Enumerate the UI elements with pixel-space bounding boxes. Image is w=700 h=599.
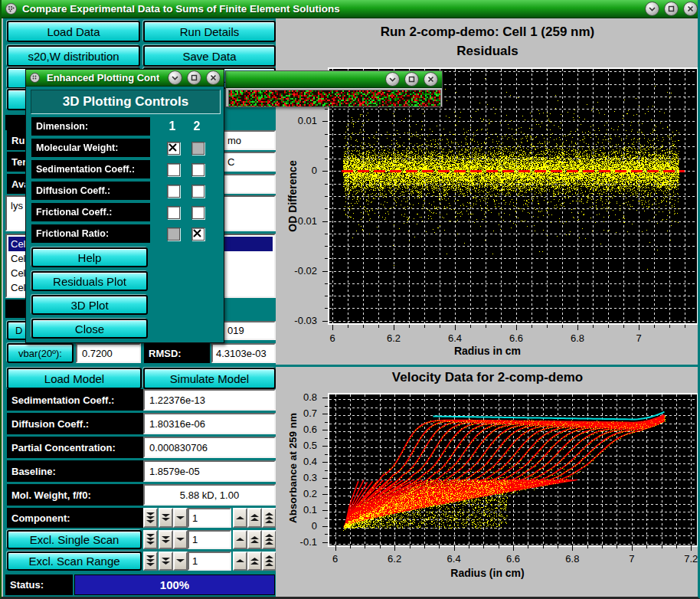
progress-bar: 100%: [74, 574, 275, 595]
load-model-button[interactable]: Load Model: [7, 368, 142, 389]
simulate-model-button[interactable]: Simulate Model: [143, 368, 276, 389]
spin-up-1-button[interactable]: [233, 508, 247, 528]
spin-up-2-button[interactable]: [247, 552, 262, 571]
dialog-row-label: Frictional Coeff.:: [31, 203, 150, 221]
vbar-button[interactable]: vbar(20º):: [7, 343, 74, 363]
run-details-button[interactable]: Run Details: [143, 21, 276, 42]
spin-down-1-button[interactable]: [173, 530, 188, 549]
spin-down-3-button[interactable]: [143, 508, 158, 528]
spin-value-field[interactable]: 1: [188, 530, 231, 549]
axis-tick: [394, 545, 395, 551]
axis-tick: [646, 545, 647, 548]
param-value-field[interactable]: 1.80316e-06: [143, 413, 276, 434]
axis-tick: [394, 325, 394, 330]
shade-icon[interactable]: [168, 70, 182, 85]
axis-tick: [455, 325, 456, 330]
axis-tick: [325, 486, 328, 487]
spin-down-2-button[interactable]: [159, 530, 173, 549]
shade-icon[interactable]: [385, 72, 400, 87]
spin-up-3-button[interactable]: [262, 552, 276, 571]
checkbox-dim2-unchecked[interactable]: [191, 185, 204, 198]
dialog-row-label: Sedimentation Coeff.:: [31, 160, 150, 178]
load-data-button[interactable]: Load Data: [7, 21, 140, 42]
checkbox-dim1-unchecked[interactable]: [167, 185, 180, 198]
spin-up-1-button[interactable]: [233, 552, 247, 571]
axis-tick: [424, 325, 425, 328]
spin-down-3-button[interactable]: [143, 552, 158, 571]
param-value-field[interactable]: 0.000830706: [143, 437, 276, 458]
axis-tick: [499, 545, 499, 548]
s20w-distribution-button[interactable]: s20,W distribution: [7, 45, 140, 67]
close-icon[interactable]: [424, 72, 438, 87]
axis-tick: [348, 325, 348, 328]
spin-up-2-button[interactable]: [247, 530, 262, 549]
main-window: Compare Experimental Data to Sums of Fin…: [0, 0, 700, 599]
axis-tick: [325, 208, 328, 209]
velocity-plot: [328, 393, 698, 547]
checkbox-dim1-checked[interactable]: [167, 142, 180, 155]
window-controls: [640, 2, 698, 16]
param-value-field[interactable]: 1.8579e-05: [143, 460, 276, 482]
y-tick-label: 0.2: [286, 488, 317, 499]
axis-tick: [322, 321, 328, 322]
x-tick-label: 6: [329, 332, 335, 344]
x-tick-label: 6.8: [571, 332, 584, 344]
checkbox-dim2-checked[interactable]: [191, 227, 204, 241]
spin-up-1-button[interactable]: [233, 530, 247, 549]
maximize-icon[interactable]: [664, 2, 679, 16]
spin-down-3-button[interactable]: [143, 530, 158, 549]
save-data-button[interactable]: Save Data: [143, 45, 276, 67]
window-menu-icon[interactable]: [5, 3, 17, 15]
3d-plot-button[interactable]: 3D Plot: [31, 295, 148, 315]
checkbox-dim2-unchecked[interactable]: [191, 206, 204, 219]
velocity-canvas: [329, 394, 697, 545]
spin-value-field[interactable]: 1: [188, 508, 231, 528]
excl-scan-range-button[interactable]: Excl. Scan Range: [7, 552, 142, 571]
vbar-field[interactable]: 0.7200: [76, 343, 141, 363]
spin-down-2-button[interactable]: [159, 508, 173, 528]
spin-up-2-button[interactable]: [247, 508, 262, 528]
spin-down-1-button[interactable]: [173, 552, 188, 571]
plot-divider: [276, 365, 699, 367]
spin-value-field[interactable]: 1: [188, 552, 231, 571]
y-tick-label: 0.8: [286, 391, 317, 403]
axis-tick: [532, 325, 532, 328]
close-icon[interactable]: [683, 2, 698, 16]
checkbox-dim2-unchecked[interactable]: [191, 163, 204, 176]
dialog-menu-icon[interactable]: [30, 72, 41, 83]
axis-tick: [325, 502, 328, 503]
spin-up-3-button[interactable]: [262, 508, 276, 528]
spin-down-2-button[interactable]: [159, 552, 173, 571]
status-label: Status:: [5, 574, 73, 595]
axis-tick: [325, 438, 328, 439]
checkbox-dim1-unchecked[interactable]: [167, 206, 180, 219]
axis-tick: [350, 545, 351, 548]
close-button[interactable]: Close: [31, 319, 148, 339]
y-tick-label: 0.7: [286, 408, 317, 419]
residuals-plot-button[interactable]: Residuals Plot: [31, 271, 148, 291]
axis-tick: [470, 325, 471, 328]
dialog-titlebar: Enhanced Plotting Cont: [26, 70, 224, 87]
excl-single-scan-button[interactable]: Excl. Single Scan: [7, 530, 142, 549]
close-icon[interactable]: [206, 70, 221, 85]
axis-tick: [325, 454, 328, 455]
axis-tick: [325, 146, 328, 147]
shade-icon[interactable]: [645, 2, 659, 16]
axis-tick: [602, 545, 603, 548]
param-value-field[interactable]: 1.22376e-13: [143, 389, 276, 411]
axis-tick: [454, 545, 455, 551]
checkbox-dim1-unchecked[interactable]: [167, 163, 180, 176]
help-button[interactable]: Help: [31, 247, 148, 267]
param-value-field[interactable]: 5.88 kD, 1.00: [143, 484, 276, 506]
spin-up-3-button[interactable]: [262, 530, 276, 549]
maximize-icon[interactable]: [404, 72, 419, 87]
axis-tick: [325, 109, 328, 110]
x-tick-label: 6.6: [506, 553, 520, 565]
spin-down-1-button[interactable]: [173, 508, 188, 528]
axis-tick: [325, 308, 328, 309]
axis-tick: [669, 325, 670, 328]
maximize-icon[interactable]: [187, 70, 201, 85]
dialog-title: Enhanced Plotting Cont: [47, 72, 159, 83]
axis-tick: [562, 325, 563, 328]
axis-tick: [335, 545, 336, 551]
